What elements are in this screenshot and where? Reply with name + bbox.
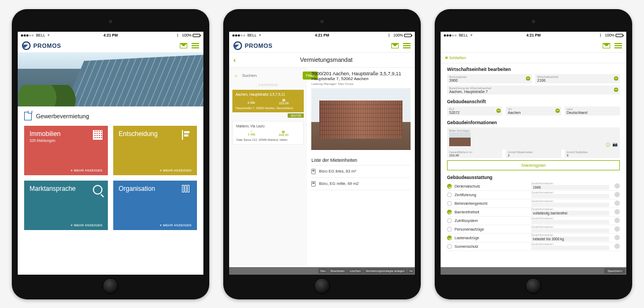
equipment-row[interactable]: LastenaufzügeZusatzinformationenbelastet… (447, 234, 620, 242)
checkbox-icon[interactable] (447, 192, 452, 197)
checkbox-icon[interactable] (447, 244, 452, 249)
close-button[interactable]: Schließen (445, 56, 466, 60)
tile-subtitle: 325 Meldungen (30, 139, 103, 142)
checkbox-icon[interactable] (447, 210, 452, 214)
status-time: 4:21 PM (315, 33, 329, 37)
info-icon[interactable]: ⓘ (606, 142, 610, 148)
action-edit[interactable]: Bearbeiten (328, 268, 347, 274)
tile-more[interactable]: MEHR ANZEIGEN (160, 223, 192, 227)
unit-label: Büro EG links, 83 m² (319, 169, 356, 174)
ext-value[interactable]: belastet bis 3000 kg (531, 237, 609, 241)
ext-value[interactable] (531, 246, 609, 250)
binders-icon (182, 185, 192, 195)
tile-more[interactable]: MEHR ANZEIGEN (160, 168, 192, 172)
results-count: 2 EINTRÄGE (232, 82, 304, 88)
status-carrier: BELL (36, 33, 45, 37)
tile-entscheidung[interactable]: Entscheidung MEHR ANZEIGEN (113, 126, 197, 175)
row-action-icon[interactable] (614, 200, 620, 206)
section-heading: Gebäudeinformationen (447, 120, 620, 125)
equipment-row[interactable]: DenkmalschutzZusatzinformationen1848 (447, 182, 620, 191)
row-action-icon[interactable] (614, 218, 620, 223)
unit-row[interactable]: Büro EG links, 83 m² (311, 166, 411, 178)
mail-icon[interactable] (603, 43, 610, 48)
equipment-label: Sonnenschutz (455, 245, 478, 248)
object-title: 3900/201 Aachen, Hauptstraße 3,5,7,9,11 (311, 71, 411, 76)
checkbox-icon[interactable] (447, 227, 452, 232)
ext-value[interactable] (531, 203, 609, 207)
home-button[interactable] (103, 278, 119, 294)
field-plz[interactable]: PLZ52072 (447, 106, 502, 116)
action-new[interactable]: Neu (318, 268, 328, 274)
menu-icon[interactable] (192, 43, 199, 48)
equipment-row[interactable]: PersonenaufzügeZusatzinformationen (447, 225, 620, 234)
brand[interactable]: PROMOS (233, 41, 273, 50)
row-action-icon[interactable] (614, 235, 620, 240)
ext-value[interactable] (531, 228, 609, 233)
home-button[interactable] (525, 278, 541, 294)
stackingplan-button[interactable]: Stackingplan (447, 160, 620, 170)
home-button[interactable] (314, 278, 330, 294)
tile-organisation[interactable]: Organisation MEHR ANZEIGEN (113, 181, 197, 230)
equipment-row[interactable]: SonnenschutzZusatzinformationen (447, 242, 620, 251)
app-header: PROMOS (229, 39, 415, 53)
tile-more[interactable]: MEHR ANZEIGEN (71, 168, 103, 172)
brand[interactable]: PROMOS (22, 41, 61, 50)
field-units[interactable]: Anzahl Mieteinheiten2 (506, 149, 561, 158)
row-action-icon[interactable] (614, 209, 620, 214)
status-battery: 100% (393, 33, 403, 37)
field-parking[interactable]: Anzahl Stellplätze3 (565, 149, 620, 158)
ext-value[interactable] (531, 220, 609, 224)
ext-value[interactable]: 1848 (531, 185, 609, 190)
equipment-row[interactable]: BarrierefreiheitZusatzinformationenvolls… (447, 208, 620, 217)
row-action-icon[interactable] (614, 183, 620, 189)
card-tag: 2017/20 (288, 113, 304, 118)
image-upload[interactable]: Bilder hinzufügen ⓘ📷 (447, 127, 620, 149)
action-delete[interactable]: Löschen (347, 268, 363, 274)
section-heading: Gebäudeausstattung (447, 175, 620, 180)
mail-icon[interactable] (391, 43, 399, 48)
field-buchungskreis[interactable]: Buchungskreis3900 (447, 74, 532, 83)
equipment-label: Personenaufzüge (455, 227, 484, 231)
status-carrier: BELL (247, 33, 257, 37)
area-icon: ▦ (279, 98, 289, 102)
row-action-icon[interactable] (614, 243, 620, 249)
field-bezeichnung[interactable]: Bezeichnung der WirtschaftseinheitAachen… (447, 85, 620, 95)
menu-icon[interactable] (614, 43, 622, 48)
result-card[interactable]: Mailand, Via Lazio ⛬1 ME▦348,00 Viale Sa… (232, 121, 304, 145)
ext-value[interactable] (531, 194, 609, 198)
result-card-selected[interactable]: Aachen, Hauptstraße 3,5,7,9,11 ⛬2 ME▦152… (232, 90, 304, 112)
back-button[interactable]: ‹ (233, 56, 242, 64)
field-we[interactable]: Wirtschaftseinheit2106 (535, 74, 620, 83)
tile-immobilien[interactable]: Immobilien 325 Meldungen MEHR ANZEIGEN (24, 126, 108, 175)
equipment-row[interactable]: ZutrittssystemZusatzinformationen (447, 217, 620, 225)
section-title: Gewerbevermietung (18, 106, 203, 126)
menu-icon[interactable] (403, 43, 411, 48)
row-action-icon[interactable] (614, 226, 620, 232)
field-area[interactable]: Gesamtfläche in m²152,00 (447, 149, 502, 158)
action-more[interactable]: ••• (407, 268, 414, 274)
tile-more[interactable]: MEHR ANZEIGEN (71, 223, 103, 227)
save-button[interactable]: Speichern (604, 268, 625, 274)
search-input[interactable] (232, 71, 301, 80)
camera-icon[interactable]: 📷 (612, 142, 618, 148)
equipment-row[interactable]: BehindertengerechtZusatzinformationen (447, 199, 620, 208)
equipment-row[interactable]: ZertifizierungZusatzinformationen (447, 191, 620, 199)
field-land[interactable]: LandDeutschland (565, 106, 620, 116)
card-address: Aachen, Hauptstraße 3,5,7,9,11 (236, 92, 301, 96)
check-icon (526, 76, 530, 81)
checkbox-icon[interactable] (447, 201, 452, 206)
card-address: Mailand, Via Lazio (236, 124, 300, 128)
checkbox-icon[interactable] (447, 235, 452, 240)
object-manager: Leasing Manager: Max Kruse (311, 82, 411, 85)
row-action-icon[interactable] (614, 192, 620, 197)
wifi-icon: ᯤ (470, 33, 474, 37)
checkbox-icon[interactable] (447, 184, 452, 189)
unit-row[interactable]: Büro, EG mitte, 69 m2 (311, 178, 411, 190)
checkbox-icon[interactable] (447, 218, 452, 223)
ext-value[interactable]: vollständig barrierefrei (531, 211, 609, 216)
tile-marktansprache[interactable]: Marktansprache MEHR ANZEIGEN (24, 181, 108, 230)
mail-icon[interactable] (180, 43, 187, 48)
field-ort[interactable]: OrtAachen (506, 106, 561, 116)
action-strategy[interactable]: Vermietungsstrategie anlegen (363, 268, 407, 274)
signpost-icon (182, 130, 192, 140)
